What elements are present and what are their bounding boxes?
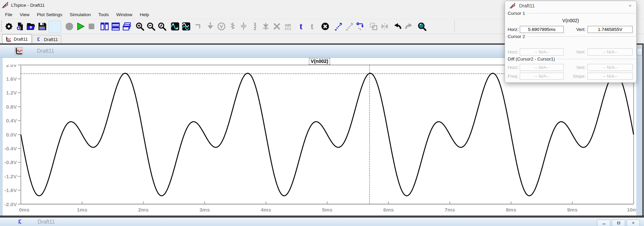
svg-text:0ms: 0ms [19, 207, 29, 213]
draw-wire-disabled-icon[interactable] [194, 20, 205, 33]
cursor2-vert-label: Vert: [571, 49, 586, 54]
diff-freq-label: Freq: [508, 74, 518, 79]
open-file-icon[interactable] [26, 20, 37, 33]
menu-file[interactable]: File [1, 11, 16, 18]
menu-help[interactable]: Help [136, 11, 153, 18]
svg-text:9ms: 9ms [567, 207, 578, 213]
window-left-border [0, 58, 3, 216]
undo-icon[interactable] [392, 20, 403, 33]
stretch-wire-icon[interactable] [355, 20, 366, 33]
diff-horz-value[interactable]: -- N/A-- [520, 64, 564, 71]
minimize-icon [602, 224, 605, 224]
cursor2-vert-value[interactable]: -- N/A-- [588, 48, 633, 55]
svg-text:t: t [311, 22, 314, 31]
move-icon[interactable] [333, 20, 344, 33]
menu-tools[interactable]: Tools [95, 11, 113, 18]
delete-icon[interactable] [320, 20, 331, 33]
cursor-dialog[interactable]: Draft11 × Cursor 1 V(n002) Horz: 5.69078… [505, 1, 637, 83]
svg-text:0.4V: 0.4V [6, 118, 17, 123]
cursor1-vert-label: Vert: [571, 27, 586, 32]
svg-text:t: t [300, 22, 303, 31]
toolbar-drag-handle[interactable] [1, 21, 2, 32]
window-title: LTspice - Draft11 [11, 3, 45, 8]
svg-text:1.6V: 1.6V [6, 76, 17, 82]
capacitor-disabled-icon[interactable] [238, 20, 249, 33]
resistor-disabled-icon[interactable] [227, 20, 238, 33]
svg-text:3ms: 3ms [199, 207, 210, 213]
minimize-button[interactable] [597, 220, 610, 226]
diff-vert-label: Vert: [571, 65, 586, 70]
drag-disabled-icon[interactable] [344, 20, 355, 33]
diff-row2: Freq: -- N/A-- Slope: -- N/A-- [505, 73, 636, 80]
close-icon: × [632, 221, 634, 225]
cursor1-horz-value[interactable]: 5.6907895ms [520, 26, 564, 33]
tile-vertical-icon[interactable] [99, 20, 110, 33]
menu-window[interactable]: Window [112, 11, 136, 18]
ltspice-app: LTspice - Draft11 FileViewPlot SettingsS… [0, 0, 644, 226]
tile-horizontal-icon[interactable] [110, 20, 121, 33]
svg-text:-1.2V: -1.2V [4, 174, 17, 179]
tab-label: Draft11 [44, 37, 58, 42]
schematic-window-title: Draft11 [38, 219, 55, 225]
ground-disabled-icon[interactable] [205, 20, 216, 33]
schematic-window-titlebar[interactable]: Draft11 [0, 218, 644, 226]
svg-text:6ms: 6ms [383, 207, 394, 213]
svg-text:-0.4V: -0.4V [4, 146, 17, 151]
menu-simulation[interactable]: Simulation [66, 11, 95, 18]
waveform-window-icon [15, 47, 23, 55]
run-icon[interactable] [75, 20, 86, 33]
autorange-y-icon[interactable] [170, 20, 181, 33]
control-panel-gear-icon[interactable] [3, 20, 14, 33]
tab-waveform-draft11[interactable]: Draft11 [2, 34, 32, 43]
diff-group-label: Diff (Cursor2 - Cursor1) [507, 57, 557, 62]
zoom-full-extents-icon[interactable] [156, 20, 168, 33]
zoom-in-icon[interactable] [134, 20, 145, 33]
inductor-disabled-icon[interactable] [249, 20, 260, 33]
label-net-disabled-icon[interactable]: net [282, 20, 293, 33]
svg-text:0.8V: 0.8V [6, 104, 17, 110]
spice-directive-disabled-icon[interactable]: t [307, 20, 318, 33]
diff-slope-value[interactable]: -- N/A-- [588, 73, 633, 80]
new-schematic-icon[interactable] [14, 20, 26, 33]
maximize-icon [617, 222, 620, 224]
svg-text:0.0V: 0.0V [6, 132, 17, 138]
component-disabled-icon[interactable] [271, 20, 282, 33]
zoom-out-icon[interactable] [145, 20, 156, 33]
spacer [48, 21, 61, 33]
diff-group: Diff (Cursor2 - Cursor1) Horz: -- N/A-- … [505, 59, 636, 82]
text-icon[interactable]: t [295, 20, 307, 33]
pan-waveform-icon[interactable] [181, 20, 192, 33]
maximize-button[interactable] [612, 220, 625, 226]
diff-freq-value[interactable]: -- N/A-- [520, 73, 564, 80]
cursor1-horz-label: Horz: [508, 27, 518, 32]
waveform-tab-icon [6, 36, 11, 42]
cascade-windows-icon[interactable] [121, 20, 132, 33]
menu-view[interactable]: View [16, 11, 33, 18]
pause-disabled-icon[interactable] [64, 20, 75, 33]
voltage-source-disabled-icon[interactable] [216, 20, 227, 33]
copy-disabled-icon[interactable] [368, 20, 379, 33]
redo-disabled-icon[interactable] [403, 20, 414, 33]
dialog-close-icon[interactable]: × [629, 3, 632, 8]
cursor-dialog-title: Draft11 [519, 3, 535, 8]
cursor-dialog-titlebar[interactable]: Draft11 × [505, 1, 636, 10]
schematic-tab-icon [36, 37, 42, 42]
diff-row1: Horz: -- N/A-- Vert: -- N/A-- [505, 64, 636, 71]
diff-vert-value[interactable]: -- N/A-- [588, 64, 633, 71]
window-control-sliver[interactable] [637, 48, 642, 55]
cursor1-vert-value[interactable]: 1.7465855V [588, 26, 633, 33]
save-icon[interactable] [37, 20, 48, 33]
tab-schematic-draft11[interactable]: Draft11 [32, 35, 62, 43]
halt-disabled-icon[interactable] [86, 20, 97, 33]
cursor2-horz-label: Horz: [508, 49, 518, 54]
diode-disabled-icon[interactable] [260, 20, 271, 33]
trace-title[interactable]: V(n002) [309, 58, 330, 65]
cursor2-horz-value[interactable]: -- N/A-- [520, 48, 564, 55]
close-button[interactable]: × [627, 220, 640, 226]
diff-slope-label: Slope: [571, 74, 586, 79]
svg-text:8ms: 8ms [506, 207, 516, 213]
mirror-disabled-icon[interactable] [379, 20, 390, 33]
search-icon[interactable] [416, 20, 427, 33]
menu-plot-settings[interactable]: Plot Settings [33, 11, 66, 18]
cursor2-group: Cursor 2 Horz: -- N/A-- Vert: -- N/A-- [505, 36, 636, 58]
